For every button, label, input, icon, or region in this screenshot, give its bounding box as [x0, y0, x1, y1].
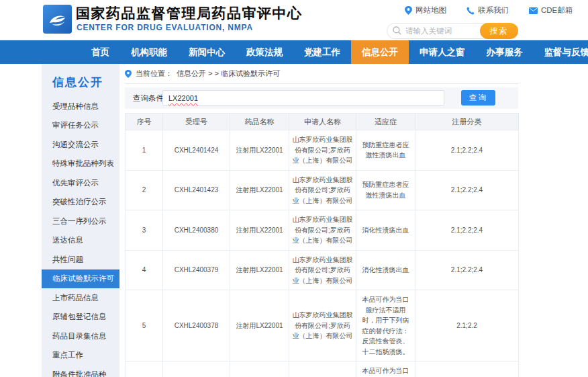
table-cell: CXHL2400380: [163, 210, 230, 251]
nav-item-2[interactable]: 机构职能: [120, 40, 178, 64]
nav-item-5[interactable]: 党建工作: [293, 40, 351, 64]
table-cell: 本品可作为当口服疗法不适用时，用于下列病症的替代疗法：反流性食管炎、十二指肠溃疡…: [356, 290, 415, 362]
site-title: 国家药品监督管理局药品审评中心: [76, 4, 303, 23]
nav-item-6[interactable]: 信息公开: [351, 40, 409, 64]
cde-mail-label: CDE邮箱: [541, 5, 573, 15]
sidebar-item-label: 突破性治疗公示: [52, 197, 107, 207]
breadcrumb: 当前位置：信息公开 > > 临床试验默示许可: [125, 64, 518, 84]
table-cell: CXHL2401424: [163, 130, 230, 171]
sidebar-item-11[interactable]: 上市药品信息: [42, 288, 119, 308]
map-pin-icon: [405, 6, 412, 15]
sitemap-link[interactable]: 网站地图: [405, 5, 446, 15]
header-search-bar: 搜索: [387, 23, 518, 39]
table-cell: 2.1;2.2;2.4: [415, 130, 519, 171]
breadcrumb-path: 信息公开 > > 临床试验默示许可: [177, 69, 280, 79]
table-cell: 注射用LX22001: [230, 250, 289, 290]
nav-item-8[interactable]: 办事服务: [476, 40, 534, 64]
sidebar-item-7[interactable]: 三合一序列公示: [42, 212, 119, 231]
sidebar-item-8[interactable]: 送达信息: [42, 231, 119, 251]
table-cell: 预防重症患者应激性溃疡出血: [356, 170, 415, 210]
table-cell: 2.1;2.2: [415, 362, 519, 377]
table-cell: 山东罗欣药业集团股份有限公司;罗欣药业（上海）有限公司: [289, 290, 356, 362]
table-cell: 注射用LX22001: [230, 210, 289, 251]
cde-mail-link[interactable]: CDE邮箱: [529, 5, 573, 15]
sidebar-item-3[interactable]: 沟通交流公示: [42, 135, 119, 155]
sidebar-item-label: 重点工作: [52, 350, 83, 360]
table-row: 5CXHL2400378注射用LX22001山东罗欣药业集团股份有限公司;罗欣药…: [126, 290, 519, 362]
nav-item-9[interactable]: 监督与反馈: [534, 40, 588, 64]
table-cell: 1: [126, 130, 163, 171]
nav-item-label: 党建工作: [304, 46, 340, 58]
search-button[interactable]: 搜索: [480, 23, 518, 39]
nav-item-label: 机构职能: [131, 46, 167, 58]
sidebar-item-label: 三合一序列公示: [52, 216, 107, 226]
query-value: LX22001: [168, 94, 198, 102]
table-cell: CXHL2400378: [163, 290, 230, 362]
table-cell: 2: [126, 170, 163, 210]
query-button[interactable]: 查询: [461, 90, 495, 106]
main-content: 当前位置：信息公开 > > 临床试验默示许可 查询条件： LX22001 查询 …: [125, 64, 518, 377]
nav-item-label: 新闻中心: [189, 46, 225, 58]
nav-item-7[interactable]: 申请人之窗: [409, 40, 476, 64]
results-table: 序号受理号药品名称申请人名称适应症注册分类 1CXHL2401424注射用LX2…: [125, 113, 519, 377]
sidebar-item-label: 原辅包登记信息: [52, 312, 107, 322]
sidebar-item-9[interactable]: 共性问题: [42, 250, 119, 269]
mail-icon: [529, 7, 538, 14]
table-cell: 2.1;2.2;2.4: [415, 170, 519, 210]
sidebar-item-6[interactable]: 突破性治疗公示: [42, 193, 119, 212]
table-cell: 2.1;2.2: [415, 290, 519, 362]
sidebar-item-14[interactable]: 重点工作: [42, 346, 119, 366]
table-cell: 山东罗欣药业集团股份有限公司;罗欣药业（上海）有限公司: [289, 130, 356, 171]
table-cell: 预防重症患者应激性溃疡出血: [356, 130, 415, 171]
column-header: 适应症: [356, 114, 415, 130]
sidebar-item-2[interactable]: 审评任务公示: [42, 116, 119, 136]
main-nav: 首页机构职能新闻中心政策法规党建工作信息公开申请人之窗办事服务监督与反馈登记备案…: [0, 40, 588, 64]
contact-label: 联系我们: [478, 5, 509, 15]
sidebar-item-label: 药品目录集信息: [52, 331, 107, 341]
sidebar-item-label: 上市药品信息: [52, 293, 99, 303]
sidebar-item-label: 送达信息: [52, 235, 83, 245]
sidebar-item-12[interactable]: 原辅包登记信息: [42, 308, 119, 327]
sidebar-item-5[interactable]: 优先审评公示: [42, 173, 119, 193]
table-header-row: 序号受理号药品名称申请人名称适应症注册分类: [126, 114, 519, 130]
sidebar-item-10[interactable]: 临床试验默示许可: [42, 269, 119, 289]
table-cell: 山东罗欣药业集团股份有限公司;罗欣药业（上海）有限公司: [289, 250, 356, 290]
nav-item-label: 申请人之窗: [420, 46, 465, 58]
top-links: 网站地图 联系我们 CDE邮箱: [405, 5, 573, 15]
page: 国家药品监督管理局药品审评中心 CENTER FOR DRUG EVALUATI…: [0, 0, 588, 377]
table-cell: 注射用LX22001: [230, 130, 289, 171]
query-condition-input[interactable]: LX22001: [162, 90, 444, 106]
sidebar-item-label: 共性问题: [52, 255, 83, 265]
table-cell: 2.1;2.2;2.4: [415, 250, 519, 290]
sidebar-item-label: 特殊审批品种列表: [52, 159, 114, 169]
sidebar-item-15[interactable]: 附条件批准品种: [42, 365, 119, 377]
contact-link[interactable]: 联系我们: [467, 5, 509, 15]
table-cell: CXHL2401423: [163, 170, 230, 210]
table-cell: 注射用LX22001: [230, 170, 289, 210]
column-header: 受理号: [163, 114, 230, 130]
top-header: 国家药品监督管理局药品审评中心 CENTER FOR DRUG EVALUATI…: [0, 0, 588, 40]
nav-item-label: 信息公开: [362, 46, 398, 58]
sidebar-item-label: 审评任务公示: [52, 120, 99, 130]
table-row: 1CXHL2401424注射用LX22001山东罗欣药业集团股份有限公司;罗欣药…: [126, 130, 519, 171]
column-header: 序号: [126, 114, 163, 130]
nav-item-label: 首页: [91, 46, 109, 58]
breadcrumb-label: 当前位置：: [136, 69, 173, 79]
nav-item-label: 政策法规: [246, 46, 283, 58]
phone-icon: [467, 7, 475, 15]
table-cell: 山东罗欣药业集团股份有限公司;罗欣药业（上海）有限公司: [289, 210, 356, 251]
nav-item-3[interactable]: 新闻中心: [178, 40, 236, 64]
table-cell: CXHL2400377: [163, 362, 230, 377]
cde-logo: [43, 5, 72, 34]
column-header: 申请人名称: [289, 114, 356, 130]
sidebar-item-4[interactable]: 特殊审批品种列表: [42, 155, 119, 174]
nav-item-1[interactable]: 首页: [81, 40, 120, 64]
nav-item-4[interactable]: 政策法规: [236, 40, 293, 64]
sitemap-label: 网站地图: [415, 5, 446, 15]
site-subtitle: CENTER FOR DRUG EVALUATION, NMPA: [77, 23, 253, 32]
query-bar: 查询条件： LX22001 查询: [125, 87, 518, 109]
table-row: 4CXHL2400379注射用LX22001山东罗欣药业集团股份有限公司;罗欣药…: [126, 250, 519, 290]
sidebar-item-13[interactable]: 药品目录集信息: [42, 327, 119, 346]
table-row: 6CXHL2400377注射用LX22001山东罗欣药业集团股份有限公司;罗欣药…: [126, 362, 519, 377]
sidebar-item-1[interactable]: 受理品种信息: [42, 97, 119, 116]
